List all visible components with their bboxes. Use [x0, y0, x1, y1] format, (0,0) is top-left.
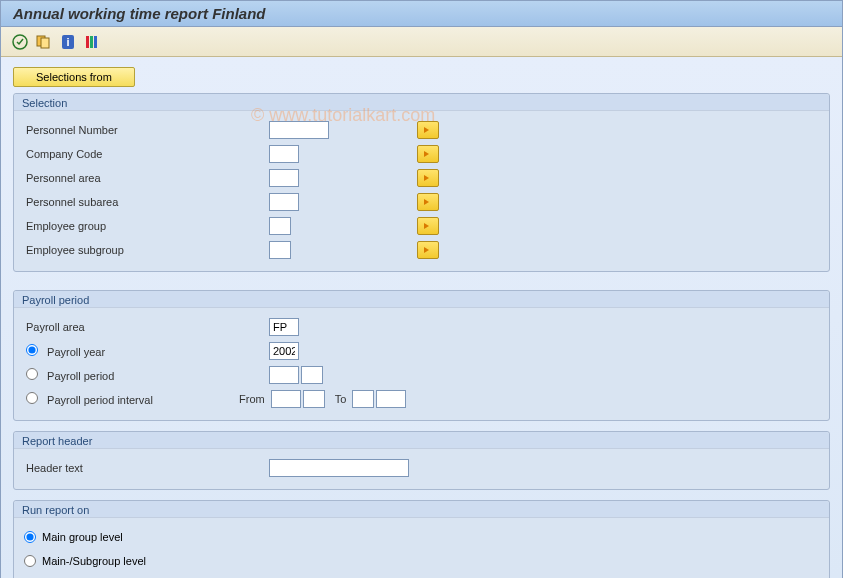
multi-select-company-code[interactable]: [417, 145, 439, 163]
window-title: Annual working time report Finland: [1, 1, 842, 27]
label-header-text: Header text: [24, 462, 269, 474]
input-interval-from-2[interactable]: [303, 390, 325, 408]
input-payroll-area[interactable]: [269, 318, 299, 336]
group-selection-title: Selection: [14, 94, 829, 111]
info-icon[interactable]: i: [59, 33, 77, 51]
radio-subgroup[interactable]: [24, 555, 36, 567]
label-subgroup: Main-/Subgroup level: [42, 555, 146, 567]
multi-select-employee-group[interactable]: [417, 217, 439, 235]
label-personnel-number: Personnel Number: [24, 124, 269, 136]
label-payroll-period: Payroll period: [24, 368, 269, 382]
input-personnel-subarea[interactable]: [269, 193, 299, 211]
group-report-header-title: Report header: [14, 432, 829, 449]
radio-payroll-period-text: Payroll period: [47, 370, 114, 382]
label-payroll-interval: Payroll period interval: [24, 392, 239, 406]
label-to: To: [335, 393, 347, 405]
radio-main-group[interactable]: [24, 531, 36, 543]
label-company-code: Company Code: [24, 148, 269, 160]
input-company-code[interactable]: [269, 145, 299, 163]
group-selection: Selection Personnel Number Company Code …: [13, 93, 830, 272]
layout-icon[interactable]: [83, 33, 101, 51]
radio-payroll-year[interactable]: [26, 344, 38, 356]
radio-payroll-year-text: Payroll year: [47, 346, 105, 358]
svg-rect-5: [86, 36, 89, 48]
input-employee-group[interactable]: [269, 217, 291, 235]
svg-rect-6: [90, 36, 93, 48]
input-payroll-period-1[interactable]: [269, 366, 299, 384]
radio-payroll-period[interactable]: [26, 368, 38, 380]
radio-payroll-interval[interactable]: [26, 392, 38, 404]
input-header-text[interactable]: [269, 459, 409, 477]
group-run-report: Run report on Main group level Main-/Sub…: [13, 500, 830, 578]
input-payroll-year[interactable]: [269, 342, 299, 360]
label-personnel-area: Personnel area: [24, 172, 269, 184]
input-interval-from-1[interactable]: [271, 390, 301, 408]
group-payroll-period: Payroll period Payroll area Payroll year: [13, 290, 830, 421]
svg-rect-7: [94, 36, 97, 48]
input-interval-to-2[interactable]: [376, 390, 406, 408]
label-payroll-year: Payroll year: [24, 344, 269, 358]
group-report-header: Report header Header text: [13, 431, 830, 490]
svg-rect-2: [41, 38, 49, 48]
input-payroll-period-2[interactable]: [301, 366, 323, 384]
group-run-report-title: Run report on: [14, 501, 829, 518]
label-payroll-area: Payroll area: [24, 321, 269, 333]
multi-select-personnel-number[interactable]: [417, 121, 439, 139]
radio-payroll-interval-text: Payroll period interval: [47, 394, 153, 406]
multi-select-personnel-area[interactable]: [417, 169, 439, 187]
multi-select-employee-subgroup[interactable]: [417, 241, 439, 259]
label-personnel-subarea: Personnel subarea: [24, 196, 269, 208]
input-personnel-number[interactable]: [269, 121, 329, 139]
label-employee-subgroup: Employee subgroup: [24, 244, 269, 256]
variants-icon[interactable]: [35, 33, 53, 51]
input-employee-subgroup[interactable]: [269, 241, 291, 259]
label-employee-group: Employee group: [24, 220, 269, 232]
selections-from-button[interactable]: Selections from: [13, 67, 135, 87]
toolbar: i: [1, 27, 842, 57]
multi-select-personnel-subarea[interactable]: [417, 193, 439, 211]
input-personnel-area[interactable]: [269, 169, 299, 187]
label-main-group: Main group level: [42, 531, 123, 543]
svg-text:i: i: [66, 36, 69, 48]
execute-icon[interactable]: [11, 33, 29, 51]
input-interval-to-1[interactable]: [352, 390, 374, 408]
group-payroll-title: Payroll period: [14, 291, 829, 308]
label-from: From: [239, 393, 265, 405]
